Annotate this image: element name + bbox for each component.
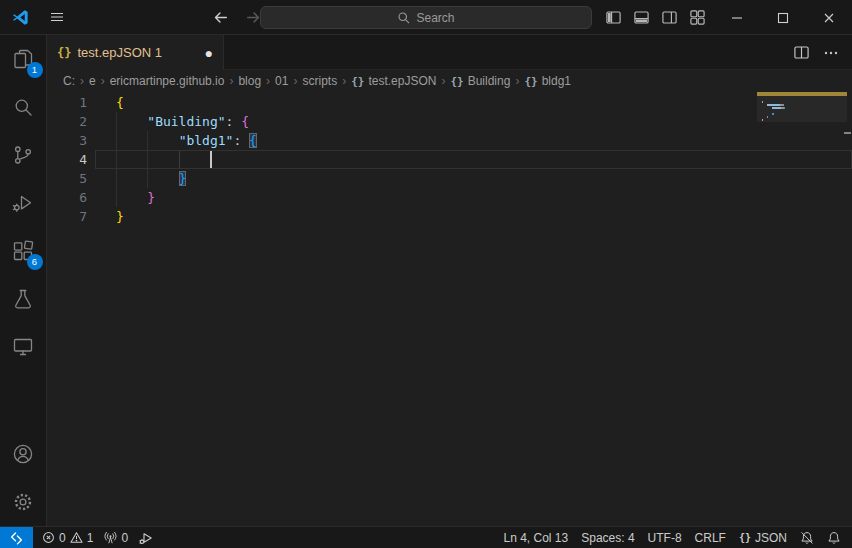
breadcrumb-label: test.epJSON (368, 74, 436, 88)
problems-indicator[interactable]: 0 1 (42, 531, 93, 545)
code-line[interactable]: 4 (47, 150, 852, 169)
toggle-panel-icon[interactable] (633, 9, 650, 26)
layout-controls (605, 0, 706, 35)
language-indicator[interactable]: {} JSON (739, 531, 787, 545)
language-label: JSON (755, 531, 787, 545)
code-line[interactable]: 2 "Building": { (47, 112, 852, 131)
tab-test-epjson[interactable]: {} test.epJSON 1 ● (47, 35, 224, 70)
activity-bar: 1 6 (0, 35, 47, 526)
line-number: 7 (47, 207, 87, 226)
error-icon (42, 531, 55, 544)
breadcrumb-item[interactable]: {}test.epJSON (351, 74, 436, 88)
extensions-icon[interactable]: 6 (0, 227, 47, 275)
account-icon[interactable] (0, 430, 47, 478)
chevron-right-icon: › (266, 74, 270, 88)
toggle-sidebar-icon[interactable] (605, 9, 622, 26)
line-number: 1 (47, 93, 87, 112)
menu-icon[interactable] (45, 5, 69, 29)
explorer-files-icon[interactable]: 1 (0, 35, 47, 83)
breadcrumb-label: ericmartinpe.github.io (110, 74, 225, 88)
workbench: 1 6 {} test.epJSON (0, 35, 852, 526)
breadcrumb: C:›e›ericmartinpe.github.io›blog›01›scri… (47, 70, 852, 92)
code-line[interactable]: 1{ (47, 93, 852, 112)
breadcrumb-item[interactable]: scripts (302, 74, 337, 88)
code-line[interactable]: 5 } (47, 169, 852, 188)
breadcrumb-label: blog (238, 74, 261, 88)
explorer-badge: 1 (27, 62, 43, 78)
line-text: } (116, 207, 124, 226)
bell-slash-icon[interactable] (800, 531, 814, 545)
minimap-slider[interactable] (757, 92, 847, 122)
eol-indicator[interactable]: CRLF (695, 531, 726, 545)
line-text: "Building": { (116, 112, 249, 131)
modified-dot-icon[interactable]: ● (205, 46, 213, 60)
encoding-indicator[interactable]: UTF-8 (648, 531, 682, 545)
breadcrumb-item[interactable]: C: (63, 74, 75, 88)
minimap-warning-decoration (757, 92, 847, 96)
symbol-braces-icon: {} (450, 75, 463, 88)
breadcrumb-item[interactable]: blog (238, 74, 261, 88)
code-line[interactable]: 7} (47, 207, 852, 226)
line-text: } (116, 169, 186, 188)
chevron-right-icon: › (101, 74, 105, 88)
editor-area: {} test.epJSON 1 ● C:›e›ericmartinpe.git… (47, 35, 852, 526)
cursor-position-indicator[interactable]: Ln 4, Col 13 (504, 531, 569, 545)
status-right: Ln 4, Col 13 Spaces: 4 UTF-8 CRLF {} JSO… (504, 531, 852, 545)
symbol-braces-icon: {} (524, 75, 537, 88)
radio-tower-icon (104, 531, 117, 544)
remote-explorer-icon[interactable] (0, 323, 47, 371)
chevron-right-icon: › (342, 74, 346, 88)
code-line[interactable]: 6 } (47, 188, 852, 207)
code-line[interactable]: 3 "bldg1": { (47, 131, 852, 150)
close-icon[interactable] (806, 0, 852, 35)
breadcrumb-label: 01 (275, 74, 288, 88)
code-lines: 1{2 "Building": {3 "bldg1": {45 }6 }7} (47, 93, 852, 226)
breadcrumb-item[interactable]: ericmartinpe.github.io (110, 74, 225, 88)
bell-icon[interactable] (827, 531, 841, 545)
minimize-icon[interactable] (714, 0, 760, 35)
breadcrumb-label: e (89, 74, 96, 88)
customize-layout-icon[interactable] (689, 9, 706, 26)
run-and-debug-icon[interactable] (0, 179, 47, 227)
tab-label: test.epJSON 1 (77, 45, 162, 60)
editor[interactable]: 1{2 "Building": {3 "bldg1": {45 }6 }7} (47, 92, 852, 526)
breadcrumb-item[interactable]: {}Building (450, 74, 510, 88)
breadcrumb-item[interactable]: {}bldg1 (524, 74, 571, 88)
window-controls (714, 0, 852, 35)
error-count: 0 (59, 531, 66, 545)
source-control-icon[interactable] (0, 131, 47, 179)
debug-indicator[interactable] (139, 531, 153, 545)
status-bar: 0 1 0 Ln 4, Col 13 Spaces: 4 UTF-8 CRLF … (0, 526, 852, 548)
remote-indicator[interactable] (0, 527, 33, 548)
chevron-right-icon: › (515, 74, 519, 88)
maximize-icon[interactable] (760, 0, 806, 35)
breadcrumb-item[interactable]: 01 (275, 74, 288, 88)
breadcrumb-label: C: (63, 74, 75, 88)
line-number: 4 (47, 150, 87, 169)
settings-gear-icon[interactable] (0, 478, 47, 526)
toggle-secondary-sidebar-icon[interactable] (661, 9, 678, 26)
line-number: 5 (47, 169, 87, 188)
symbol-braces-icon: {} (351, 75, 364, 88)
text-cursor (210, 151, 212, 168)
search-icon (397, 11, 410, 24)
chevron-right-icon: › (229, 74, 233, 88)
search-input[interactable]: Search (260, 6, 592, 29)
back-arrow-button[interactable] (212, 9, 229, 26)
chevron-right-icon: › (441, 74, 445, 88)
ports-count: 0 (121, 531, 128, 545)
chevron-right-icon: › (293, 74, 297, 88)
breadcrumb-label: bldg1 (542, 74, 571, 88)
extensions-badge: 6 (27, 254, 43, 270)
minimap[interactable] (762, 94, 840, 115)
history-navigation (212, 0, 262, 35)
indentation-indicator[interactable]: Spaces: 4 (581, 531, 634, 545)
overview-ruler-mark (844, 132, 851, 134)
json-braces-icon: {} (739, 532, 751, 543)
breadcrumb-item[interactable]: e (89, 74, 96, 88)
testing-icon[interactable] (0, 275, 47, 323)
ports-indicator[interactable]: 0 (104, 531, 128, 545)
split-editor-icon[interactable] (793, 44, 810, 61)
search-sidebar-icon[interactable] (0, 83, 47, 131)
more-actions-ellipsis-icon[interactable] (823, 45, 839, 61)
